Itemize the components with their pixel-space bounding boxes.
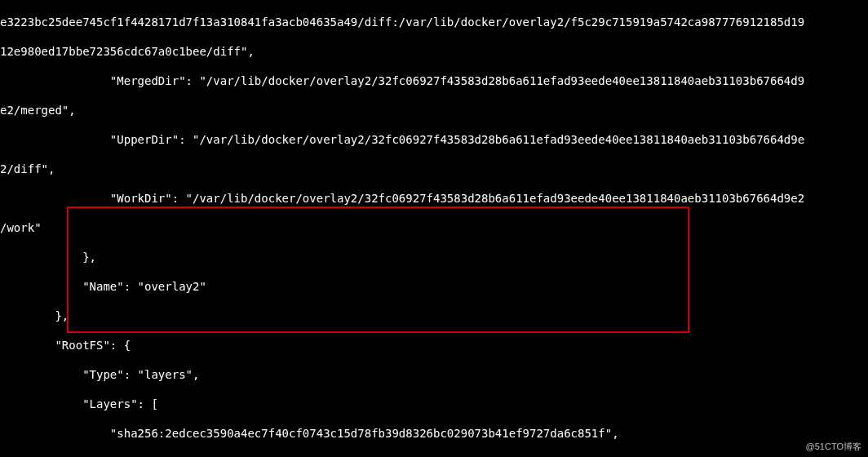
output-line: "UpperDir": "/var/lib/docker/overlay2/32… <box>0 132 868 147</box>
output-line: "RootFS": { <box>0 338 868 353</box>
output-line: 12e980ed17bbe72356cdc67a0c1bee/diff", <box>0 44 868 59</box>
watermark-text: @51CTO博客 <box>806 439 861 454</box>
output-line: "Name": "overlay2" <box>0 279 868 294</box>
output-line: e2/merged", <box>0 103 868 118</box>
output-line: 2/diff", <box>0 162 868 176</box>
output-line: "Type": "layers", <box>0 367 868 382</box>
output-line: /work" <box>0 220 868 235</box>
output-line: }, <box>0 250 868 264</box>
terminal-output[interactable]: e3223bc25dee745cf1f4428171d7f13a310841fa… <box>0 0 868 457</box>
output-line: "WorkDir": "/var/lib/docker/overlay2/32f… <box>0 191 868 206</box>
output-line: "Layers": [ <box>0 397 868 411</box>
output-line: "sha256:2edcec3590a4ec7f40cf0743c15d78fb… <box>0 426 868 441</box>
output-line: "MergedDir": "/var/lib/docker/overlay2/3… <box>0 73 868 88</box>
output-line: }, <box>0 308 868 323</box>
output-line: e3223bc25dee745cf1f4428171d7f13a310841fa… <box>0 15 868 29</box>
